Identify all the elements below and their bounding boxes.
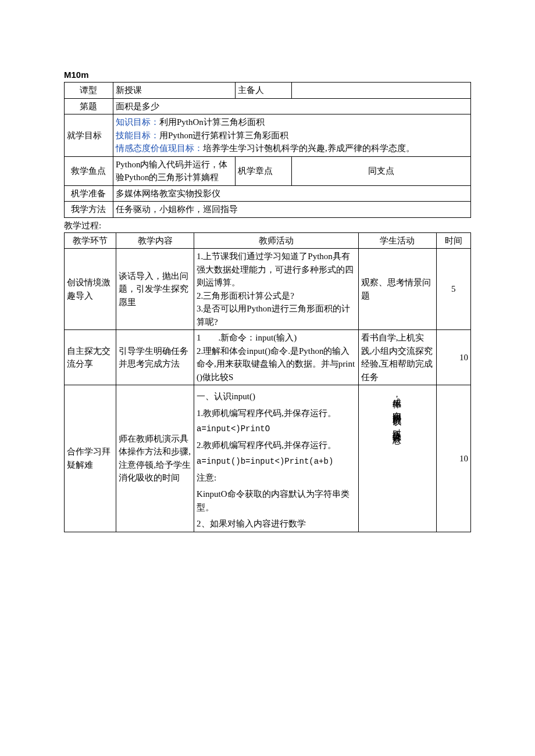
goal-knowledge-text: 利用PythOn计算三角杉面积 — [159, 117, 265, 127]
teacher-3-1: 一、认识input() — [197, 390, 356, 403]
goal-knowledge-label: 知识目标： — [116, 117, 159, 127]
table-row: 自主探尢交流分享 引导学生明确任务并思考完成方法 1 .新命令：input(输入… — [65, 330, 471, 385]
teacher-3-5: a=input()b=input<)Print(a+b) — [197, 456, 356, 468]
cell-goal-label: 就学目标 — [65, 114, 113, 157]
cell-author-value — [292, 83, 471, 99]
process-label: 教学过程: — [64, 220, 471, 231]
cell-topic-label: 第题 — [65, 98, 113, 114]
table-row: 杋学准备 多媒体网络教室实物投影仪 — [65, 185, 471, 202]
cell-focus-value: Python内输入代码并运行，体验Python的三角形计算嫡程 — [113, 156, 235, 185]
teacher-1-c: 2.三角形面积计算公式是? — [197, 289, 356, 303]
col-student: 学生活动 — [358, 232, 436, 249]
cell-prep-value: 多媒体网络教室实物投影仪 — [113, 185, 470, 202]
content-2: 引导学生明确任务并思考完成方法 — [116, 330, 194, 385]
table-row: 就学目标 知识目标：利用PythOn计算三角杉面积 技能目标：用Python进行… — [65, 114, 471, 157]
table-row: 谭型 新授课 主备人 — [65, 83, 471, 99]
cell-type-label: 谭型 — [65, 83, 113, 99]
col-content: 教学内容 — [116, 232, 194, 249]
time-1: 5 — [436, 249, 471, 330]
goal-skill-text: 用Python进行第程计算三角彩面积 — [159, 131, 289, 140]
table-row: 我学方法 任务驱动，小姐称作，巡回指导 — [65, 202, 471, 218]
teacher-1: 1.上节课我们通过学习知道了Python具有强大数据处理能力，可进行多种形式的四… — [194, 249, 359, 330]
goal-attitude-text: 培养学生学习计匏机科学的兴趣,养成严律的科学态度。 — [203, 144, 415, 153]
teacher-3-4: 2.教师机编写程序代码,并保存运行。 — [197, 439, 356, 452]
cell-author-label: 主备人 — [235, 83, 292, 99]
col-time: 时间 — [436, 232, 471, 249]
content-3: 师在教师机演示具体操作方法和步骤,注意停顿,给予学生消化吸收的时间 — [116, 385, 194, 532]
cell-difficulty-label: 杋学章点 — [235, 156, 292, 185]
goal-attitude-label: 情感态度价值现目标： — [116, 144, 203, 153]
teacher-3-8: 2、如果对输入内容进行数学 — [197, 517, 356, 531]
teacher-2-a: 1 .新命令：input(输入) — [197, 331, 356, 345]
col-stage: 教学环节 — [65, 232, 116, 249]
cell-topic-value: 面积是多少 — [113, 98, 470, 114]
student-2: 看书自学,上机实践,小组内交流探究经验,互相帮助完成任务 — [358, 330, 436, 385]
col-teacher: 教师活动 — [194, 232, 359, 249]
goal-skill-label: 技能目标： — [116, 131, 159, 140]
teacher-3-7: KinputO命令获取的内容默认为字符串类型。 — [197, 488, 356, 514]
teacher-3-2: 1.教师机编写程序代码,并保存运行。 — [197, 407, 356, 420]
stage-2: 自主探尢交流分享 — [65, 330, 116, 385]
process-table: 教学环节 教学内容 教师活动 学生活动 时间 创设情境激趣导入 谈话导入，抛出问… — [64, 232, 471, 532]
teacher-3: 一、认识input() 1.教师机编写程序代码,并保存运行。 a=input<)… — [194, 385, 359, 532]
page-heading: M10m — [64, 70, 471, 80]
table-header-row: 教学环节 教学内容 教师活动 学生活动 时间 — [65, 232, 471, 249]
table-row: 救学鱼点 Python内输入代码并运行，体验Python的三角形计算嫡程 杋学章… — [65, 156, 471, 185]
cell-method-label: 我学方法 — [65, 202, 113, 218]
teacher-1-underlined: 运 — [205, 278, 214, 287]
cell-focus-label: 救学鱼点 — [65, 156, 113, 185]
cell-type-value: 新授课 — [113, 83, 235, 99]
student-3-vertical: 成组作，完小协圈机以Q对练上练讨解总 — [391, 391, 404, 430]
teacher-3-3: a=input<)PrintO — [197, 423, 356, 435]
table-row: 第题 面积是多少 — [65, 98, 471, 114]
table-row: 合作学习拜疑解难 师在教师机演示具体操作方法和步骤,注意停顿,给予学生消化吸收的… — [65, 385, 471, 532]
student-1: 观察、思考情景问题 — [358, 249, 436, 330]
teacher-2: 1 .新命令：input(输入) 2.理解和体会input()命令.是Pytho… — [194, 330, 359, 385]
time-3: 10 — [436, 385, 471, 532]
stage-3: 合作学习拜疑解难 — [65, 385, 116, 532]
teacher-2-b: 2.理解和体会input()命令.是Python的输入命令,用来获取键盘输入的数… — [197, 345, 356, 384]
content-1: 谈话导入，抛出问题，引发学生探究愿里 — [116, 249, 194, 330]
teacher-1-d: 3.是否可以用Python进行三角形面积的计算呢? — [197, 302, 356, 328]
cell-goal-value: 知识目标：利用PythOn计算三角杉面积 技能目标：用Python进行第程计算三… — [113, 114, 470, 157]
cell-prep-label: 杋学准备 — [65, 185, 113, 202]
stage-1: 创设情境激趣导入 — [65, 249, 116, 330]
teacher-1-b: 博算。 — [214, 278, 240, 287]
info-table: 谭型 新授课 主备人 第题 面积是多少 就学目标 知识目标：利用PythOn计算… — [64, 82, 471, 218]
teacher-3-6: 注意: — [197, 471, 356, 485]
time-2: 10 — [436, 330, 471, 385]
table-row: 创设情境激趣导入 谈话导入，抛出问题，引发学生探究愿里 1.上节课我们通过学习知… — [65, 249, 471, 330]
student-3: 成组作，完小协圈机以Q对练上练讨解总 — [358, 385, 436, 532]
cell-difficulty-value: 同支点 — [292, 156, 471, 185]
cell-method-value: 任务驱动，小姐称作，巡回指导 — [113, 202, 470, 218]
